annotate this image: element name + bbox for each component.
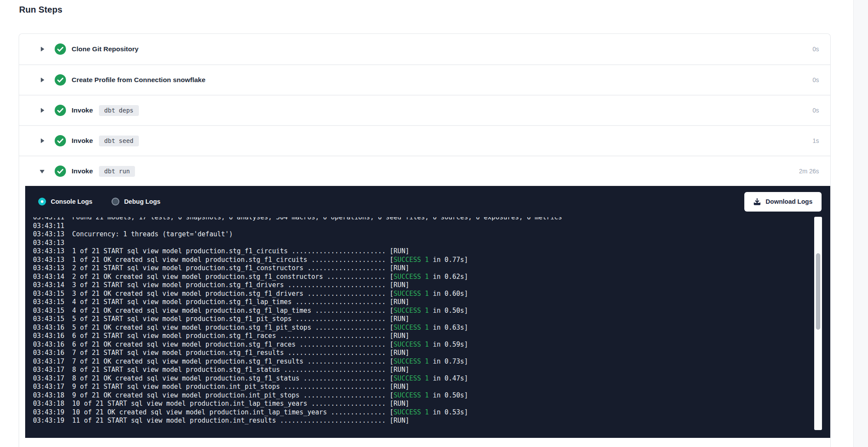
log-type-radio-group: Console LogsDebug Logs <box>38 198 180 205</box>
success-status-text: SUCCESS 1 <box>394 256 429 264</box>
download-logs-button[interactable]: Download Logs <box>744 192 822 212</box>
step-row-dbt-run[interactable]: Invokedbt run2m 26s <box>19 156 830 186</box>
log-line: 03:43:13 2 of 21 START sql view model pr… <box>33 264 813 273</box>
success-status-text: SUCCESS 1 <box>394 307 429 315</box>
chevron-right-icon[interactable] <box>39 137 46 144</box>
log-line: 03:43:16 6 of 21 OK created sql view mod… <box>33 341 813 349</box>
success-check-icon <box>55 166 66 177</box>
log-line: 03:43:17 8 of 21 START sql view model pr… <box>33 366 813 374</box>
log-panel-header: Console LogsDebug Logs Download Logs <box>25 186 830 217</box>
adjacent-panel-edge <box>853 0 868 447</box>
debug-logs-radio[interactable]: Debug Logs <box>112 198 161 205</box>
page-title: Run Steps <box>19 5 62 15</box>
step-label: Invoke <box>72 167 93 175</box>
radio-label: Console Logs <box>51 198 92 205</box>
chevron-right-icon[interactable] <box>39 76 46 83</box>
log-line: 03:43:19 11 of 21 START sql view model p… <box>33 417 813 425</box>
chevron-right-icon[interactable] <box>39 46 46 53</box>
step-duration: 1s <box>812 137 819 144</box>
step-row-dbt-deps[interactable]: Invokedbt deps0s <box>19 95 830 125</box>
chevron-right-icon[interactable] <box>39 107 46 114</box>
log-panel: Console LogsDebug Logs Download Logs 03:… <box>25 186 830 438</box>
success-status-text: SUCCESS 1 <box>394 374 429 382</box>
radio-selected-icon[interactable] <box>38 198 46 205</box>
run-steps-card: Clone Git Repository0sCreate Profile fro… <box>19 33 831 447</box>
log-line: 03:43:17 7 of 21 OK created sql view mod… <box>33 358 813 366</box>
success-status-text: SUCCESS 1 <box>394 324 429 331</box>
log-line: 03:43:13 1 of 21 OK created sql view mod… <box>33 256 813 265</box>
step-row-create-profile-from-connection-snowflake[interactable]: Create Profile from Connection snowflake… <box>19 64 830 95</box>
download-logs-label: Download Logs <box>766 198 812 205</box>
step-command-badge: dbt deps <box>99 105 138 116</box>
log-line: 03:43:13 1 of 21 START sql view model pr… <box>33 247 813 256</box>
step-duration: 0s <box>812 46 819 53</box>
step-duration: 0s <box>812 107 819 114</box>
success-status-text: SUCCESS 1 <box>394 358 429 365</box>
log-scrollbar-thumb[interactable] <box>816 253 820 330</box>
download-icon <box>753 198 761 205</box>
success-check-icon <box>55 135 66 146</box>
log-line: 03:43:14 3 of 21 START sql view model pr… <box>33 281 813 290</box>
success-check-icon <box>55 43 66 55</box>
log-line: 03:43:19 10 of 21 OK created sql view mo… <box>33 408 813 417</box>
step-label: Invoke <box>72 137 93 145</box>
log-line: 03:43:15 5 of 21 START sql view model pr… <box>33 315 813 324</box>
log-line: 03:43:15 4 of 21 OK created sql view mod… <box>33 307 813 315</box>
step-label: Invoke <box>72 106 93 114</box>
log-line: 03:43:18 9 of 21 OK created sql view mod… <box>33 391 813 400</box>
step-row-clone-git-repository[interactable]: Clone Git Repository0s <box>19 34 830 64</box>
radio-unselected-icon[interactable] <box>112 198 119 205</box>
log-line: 03:43:16 5 of 21 OK created sql view mod… <box>33 324 813 332</box>
log-line: 03:43:18 10 of 21 START sql view model p… <box>33 400 813 408</box>
log-line: 03:43:11 <box>33 222 813 231</box>
log-line: 03:43:16 6 of 21 START sql view model pr… <box>33 332 813 341</box>
log-line: 03:43:13 <box>33 239 813 248</box>
log-line: 03:43:17 9 of 21 START sql view model pr… <box>33 383 813 391</box>
step-label: Create Profile from Connection snowflake <box>72 76 205 84</box>
success-check-icon <box>55 105 66 116</box>
log-line: 03:43:16 7 of 21 START sql view model pr… <box>33 349 813 358</box>
step-duration: 0s <box>812 76 819 83</box>
step-command-badge: dbt run <box>99 166 135 177</box>
step-row-dbt-seed[interactable]: Invokedbt seed1s <box>19 125 830 156</box>
success-status-text: SUCCESS 1 <box>394 273 429 281</box>
log-line: 03:43:15 3 of 21 OK created sql view mod… <box>33 290 813 298</box>
log-line: 03:43:15 4 of 21 START sql view model pr… <box>33 298 813 307</box>
log-line: 03:43:17 8 of 21 OK created sql view mod… <box>33 374 813 383</box>
success-status-text: SUCCESS 1 <box>394 290 429 298</box>
log-line: 03:43:11 Found 21 models, 17 tests, 0 sn… <box>33 217 813 222</box>
console-logs-radio[interactable]: Console Logs <box>38 198 92 205</box>
log-line: 03:43:14 2 of 21 OK created sql view mod… <box>33 273 813 281</box>
success-status-text: SUCCESS 1 <box>394 408 429 416</box>
step-label: Clone Git Repository <box>72 45 138 53</box>
success-status-text: SUCCESS 1 <box>394 391 429 399</box>
radio-label: Debug Logs <box>124 198 161 205</box>
log-line: 03:43:13 Concurrency: 1 threads (target=… <box>33 230 813 239</box>
success-check-icon <box>55 74 66 86</box>
step-duration: 2m 26s <box>799 168 819 175</box>
chevron-down-icon[interactable] <box>39 168 46 175</box>
log-scrollbar-track[interactable] <box>814 217 822 430</box>
step-command-badge: dbt seed <box>99 136 138 146</box>
success-status-text: SUCCESS 1 <box>394 341 429 348</box>
console-log-output[interactable]: 03:43:11 Found 21 models, 17 tests, 0 sn… <box>25 217 813 433</box>
